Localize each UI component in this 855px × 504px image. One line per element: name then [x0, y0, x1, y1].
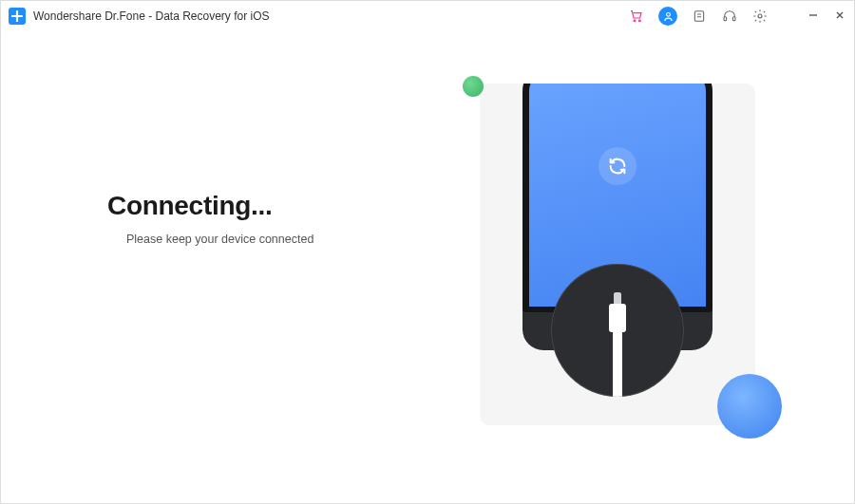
content-area: Connecting... Please keep your device co… [1, 31, 854, 503]
cable-body [613, 330, 622, 397]
titlebar-right [628, 7, 846, 26]
accent-dot-blue [717, 374, 782, 439]
status-subtitle: Please keep your device connected [126, 233, 314, 246]
titlebar-left: Wondershare Dr.Fone - Data Recovery for … [9, 8, 270, 25]
feedback-icon[interactable] [691, 8, 708, 25]
window-close-icon[interactable] [833, 9, 846, 24]
device-illustration [480, 84, 755, 425]
svg-point-6 [758, 14, 762, 18]
svg-rect-3 [694, 11, 703, 22]
app-window: Wondershare Dr.Fone - Data Recovery for … [0, 0, 855, 504]
connector-ring [551, 264, 684, 397]
svg-rect-5 [732, 17, 735, 21]
status-block: Connecting... Please keep your device co… [107, 191, 314, 246]
accent-dot-green [463, 76, 484, 97]
app-logo-icon [9, 8, 26, 25]
sync-icon [598, 147, 636, 185]
user-icon[interactable] [658, 7, 677, 26]
cable-plug [609, 304, 626, 332]
settings-gear-icon[interactable] [751, 8, 769, 25]
status-title: Connecting... [107, 191, 314, 221]
svg-point-2 [666, 12, 670, 16]
status-pane: Connecting... Please keep your device co… [1, 31, 385, 503]
illustration-pane [385, 31, 854, 503]
cart-icon[interactable] [628, 8, 645, 25]
svg-point-0 [634, 20, 636, 22]
app-title: Wondershare Dr.Fone - Data Recovery for … [33, 9, 270, 23]
cable-tip [614, 292, 621, 304]
titlebar: Wondershare Dr.Fone - Data Recovery for … [1, 1, 854, 31]
support-headset-icon[interactable] [721, 8, 738, 25]
svg-rect-4 [724, 17, 727, 21]
window-minimize-icon[interactable] [807, 9, 820, 24]
svg-point-1 [638, 20, 640, 22]
